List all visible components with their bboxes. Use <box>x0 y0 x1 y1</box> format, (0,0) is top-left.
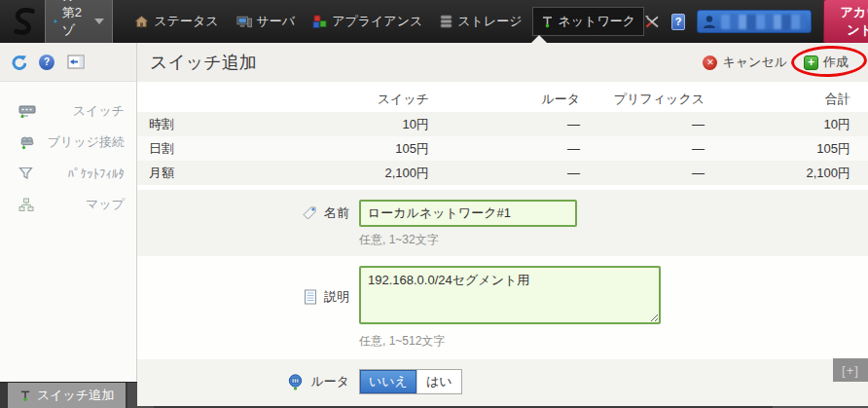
router-option-yes[interactable]: はい <box>416 370 461 393</box>
pricing-col-switch: スイッチ <box>344 91 429 108</box>
router-toggle: いいえ はい <box>359 369 462 394</box>
pricing-col-prefix: プリフィックス <box>580 91 705 108</box>
bottom-tab-label: スイッチ追加 <box>37 387 114 404</box>
storage-disks-icon <box>440 15 452 28</box>
topbar-right: ? アカウント <box>644 0 868 44</box>
menu-item-label: ストレージ <box>457 13 522 30</box>
form-row-router: ルータ いいえ はい <box>137 359 868 406</box>
help-icon[interactable]: ? <box>671 14 685 30</box>
row-label: 日割 <box>149 140 344 158</box>
pricing-col-router: ルータ <box>429 91 580 108</box>
network-icon <box>19 389 31 402</box>
name-label: 名前 <box>302 204 349 222</box>
server-icon <box>236 15 252 28</box>
cell-router: — <box>429 141 580 156</box>
cell-switch: 10円 <box>344 116 429 133</box>
help-balloon-icon[interactable]: ? <box>39 55 54 70</box>
content-panel: スイッチ追加 ✕ キャンセル + 作成 スイッチ ルータ プリフィックス 合計 <box>136 43 868 382</box>
person-icon <box>703 15 716 29</box>
cell-prefix: — <box>580 117 705 131</box>
active-menu-notch <box>531 35 547 43</box>
cancel-x-icon: ✕ <box>703 56 717 70</box>
cell-total: 105円 <box>705 140 850 158</box>
content-header: スイッチ追加 ✕ キャンセル + 作成 <box>137 43 868 82</box>
pricing-row-hourly: 時割 10円 — — 10円 <box>137 112 868 136</box>
router-label: ルータ <box>287 373 349 390</box>
form-row-name: 名前 任意, 1~32文字 <box>137 190 868 256</box>
description-hint: 任意, 1~512文字 <box>359 333 868 350</box>
panel-toggle-icon[interactable] <box>67 55 85 69</box>
document-icon <box>304 289 317 305</box>
cell-router: — <box>429 166 580 180</box>
caret-down-icon <box>94 19 104 24</box>
row-label: 時割 <box>149 116 344 133</box>
cell-router: — <box>429 117 580 131</box>
cell-prefix: — <box>580 166 705 180</box>
sidebar-item-label: マップ <box>86 196 125 213</box>
router-option-no[interactable]: いいえ <box>360 370 416 393</box>
wrench-tools-icon[interactable] <box>644 14 660 30</box>
name-input[interactable] <box>359 200 577 227</box>
expand-overlay-button[interactable]: [+] <box>833 358 868 382</box>
switch-form: 名前 任意, 1~32文字 説明 192.168.0.0/24セグメント用 任意… <box>137 190 868 406</box>
map-nodes-icon <box>18 198 34 212</box>
appliance-blocks-icon <box>312 15 327 28</box>
menu-item-server[interactable]: サーバ <box>229 8 304 35</box>
page-title: スイッチ追加 <box>150 51 257 74</box>
name-hint: 任意, 1~32文字 <box>359 232 868 248</box>
cell-prefix: — <box>580 141 705 156</box>
sakura-cloud-logo <box>8 3 41 40</box>
sidebar-menu: スイッチ ブリッジ接続 ﾊﾟｹｯﾄﾌｨﾙﾀ マップ <box>0 82 136 220</box>
router-icon <box>287 374 304 390</box>
pricing-col-total: 合計 <box>705 91 850 108</box>
home-icon <box>134 15 149 28</box>
cell-total: 2,100円 <box>705 165 850 182</box>
description-textarea[interactable]: 192.168.0.0/24セグメント用 <box>359 266 661 324</box>
cell-total: 10円 <box>705 116 850 133</box>
pricing-row-daily: 日割 105円 — — 105円 <box>137 136 868 161</box>
bottom-tab-switch-add[interactable]: スイッチ追加 <box>8 383 126 408</box>
sidebar-item-label: ﾊﾟｹｯﾄﾌｨﾙﾀ <box>68 167 126 181</box>
user-name-blurred <box>721 15 806 29</box>
menu-item-status[interactable]: ステータス <box>127 8 226 35</box>
tag-icon <box>302 205 317 221</box>
menu-item-label: ステータス <box>154 13 218 30</box>
header-actions: ✕ キャンセル + 作成 <box>703 54 862 71</box>
menu-item-storage[interactable]: ストレージ <box>432 8 529 35</box>
network-icon <box>541 16 554 28</box>
cancel-label: キャンセル <box>722 54 787 71</box>
bridge-cloud-icon <box>18 135 36 150</box>
sidebar-item-switch[interactable]: スイッチ <box>0 95 136 127</box>
sidebar-item-label: ブリッジ接続 <box>48 133 125 151</box>
cancel-button[interactable]: ✕ キャンセル <box>703 54 787 71</box>
main-area: ? スイッチ ブリッジ接続 ﾊﾟｹｯﾄﾌｨﾙﾀ マップ <box>0 43 868 382</box>
filter-funnel-icon <box>18 167 33 180</box>
top-menu: ステータス サーバ アプライアンス ストレージ ネットワーク <box>127 7 644 36</box>
refresh-icon[interactable] <box>11 55 26 70</box>
pricing-table: スイッチ ルータ プリフィックス 合計 時割 10円 — — 10円 日割 10… <box>137 87 868 185</box>
pricing-header-row: スイッチ ルータ プリフィックス 合計 <box>137 87 868 112</box>
switch-icon <box>18 104 36 119</box>
sidebar-item-bridge[interactable]: ブリッジ接続 <box>0 127 136 158</box>
user-badge[interactable] <box>697 10 812 33</box>
cell-switch: 2,100円 <box>344 165 429 182</box>
sidebar-toolbar: ? <box>0 43 136 82</box>
pricing-row-monthly: 月額 2,100円 — — 2,100円 <box>137 161 868 185</box>
cell-switch: 105円 <box>344 140 429 158</box>
plus-icon: + <box>804 56 818 70</box>
account-button[interactable]: アカウント <box>823 0 868 44</box>
menu-item-network[interactable]: ネットワーク <box>532 7 645 36</box>
menu-item-appliance[interactable]: アプライアンス <box>305 8 430 35</box>
create-button[interactable]: + 作成 <box>804 54 849 71</box>
sidebar-item-packet-filter[interactable]: ﾊﾟｹｯﾄﾌｨﾙﾀ <box>0 158 136 189</box>
menu-item-label: アプライアンス <box>332 13 422 30</box>
create-label: 作成 <box>823 54 849 71</box>
row-label: 月額 <box>149 165 344 182</box>
menu-item-label: ネットワーク <box>559 13 636 30</box>
description-label: 説明 <box>304 288 349 306</box>
form-row-description: 説明 192.168.0.0/24セグメント用 任意, 1~512文字 <box>137 256 868 357</box>
globe-icon <box>54 15 57 28</box>
top-bar: 石狩第2ゾーン ステータス サーバ アプライアンス ストレージ ネットワーク <box>0 0 868 43</box>
sidebar: ? スイッチ ブリッジ接続 ﾊﾟｹｯﾄﾌｨﾙﾀ マップ <box>0 43 136 382</box>
sidebar-item-map[interactable]: マップ <box>0 189 136 220</box>
